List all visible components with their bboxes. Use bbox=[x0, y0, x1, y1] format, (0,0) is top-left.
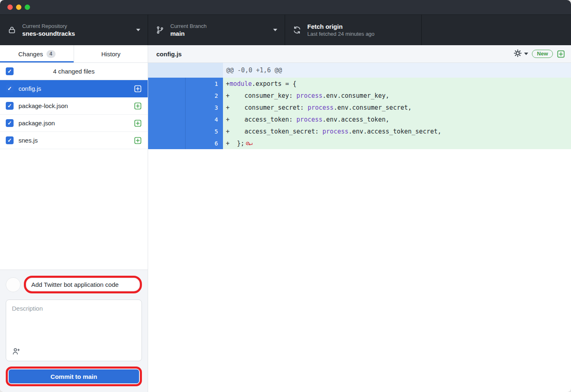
diff-added-line: 6+ };⊘↵ bbox=[148, 137, 571, 149]
diff-added-line: 2+ consumer_key: process.env.consumer_ke… bbox=[148, 90, 571, 101]
toolbar: Current Repository snes-soundtracks Curr… bbox=[0, 15, 571, 45]
gear-icon bbox=[513, 49, 522, 59]
hunk-header-row: @@ -0,0 +1,6 @@ bbox=[148, 63, 571, 78]
diff-line-gutter[interactable]: 1 bbox=[148, 78, 223, 90]
hunk-gutter bbox=[148, 63, 223, 78]
close-window-button[interactable] bbox=[7, 5, 13, 10]
file-name: package.json bbox=[19, 120, 129, 127]
file-added-status-icon bbox=[134, 119, 142, 127]
file-list-empty-area bbox=[0, 149, 148, 270]
file-name: config.js bbox=[19, 85, 129, 92]
changes-sidebar: Changes 4 History 4 changed files ✓ ✓con… bbox=[0, 45, 148, 392]
commit-summary-row: Add Twitter bot application code bbox=[6, 276, 142, 293]
file-row[interactable]: ✓config.js bbox=[0, 80, 148, 97]
line-number: 1 bbox=[186, 78, 223, 90]
current-repository-dropdown[interactable]: Current Repository snes-soundtracks bbox=[0, 15, 148, 45]
tab-history-label: History bbox=[101, 51, 121, 58]
diff-line-gutter[interactable]: 3 bbox=[148, 101, 223, 113]
diff-line-content: + consumer_key: process.env.consumer_key… bbox=[223, 90, 571, 101]
annotation-commit-highlight: Commit to main bbox=[6, 367, 142, 386]
annotation-summary-highlight: Add Twitter bot application code bbox=[24, 276, 142, 293]
zoom-window-button[interactable] bbox=[25, 5, 30, 10]
sync-icon bbox=[292, 25, 302, 35]
description-placeholder: Description bbox=[12, 305, 136, 347]
file-added-status-icon bbox=[134, 136, 142, 145]
file-include-checkbox[interactable]: ✓ bbox=[6, 136, 14, 144]
select-all-checkbox[interactable]: ✓ bbox=[6, 67, 14, 75]
file-include-checkbox[interactable]: ✓ bbox=[6, 119, 14, 127]
file-added-status-icon bbox=[134, 85, 142, 93]
branch-name: main bbox=[170, 30, 207, 37]
fetch-subtitle: Last fetched 24 minutes ago bbox=[307, 30, 374, 37]
tab-changes[interactable]: Changes 4 bbox=[0, 45, 74, 62]
diff-line-content: + access_token: process.env.access_token… bbox=[223, 113, 571, 125]
diff-line-gutter[interactable]: 4 bbox=[148, 113, 223, 125]
add-co-author-icon[interactable] bbox=[12, 347, 136, 356]
fetch-title: Fetch origin bbox=[307, 23, 374, 30]
lock-icon bbox=[7, 25, 16, 35]
file-include-checkbox[interactable]: ✓ bbox=[6, 85, 14, 92]
diff-options-button[interactable] bbox=[513, 49, 528, 59]
diff-line-content: + access_token_secret: process.env.acces… bbox=[223, 125, 571, 137]
chevron-down-icon bbox=[524, 53, 528, 55]
diff-added-line: 1+module.exports = { bbox=[148, 78, 571, 90]
current-branch-dropdown[interactable]: Current Branch main bbox=[148, 15, 285, 45]
diff-line-gutter[interactable]: 6 bbox=[148, 137, 223, 149]
titlebar bbox=[0, 0, 571, 15]
expand-diff-button[interactable] bbox=[557, 50, 565, 58]
chevron-down-icon bbox=[273, 29, 277, 31]
commit-summary-input[interactable]: Add Twitter bot application code bbox=[27, 279, 139, 291]
sidebar-tabs: Changes 4 History bbox=[0, 45, 148, 63]
line-number: 4 bbox=[186, 113, 223, 125]
commit-button[interactable]: Commit to main bbox=[9, 369, 139, 383]
diff-added-line: 3+ consumer_secret: process.env.consumer… bbox=[148, 101, 571, 113]
diff-filename: config.js bbox=[156, 51, 513, 58]
branch-label: Current Branch bbox=[170, 23, 207, 30]
fetch-origin-button[interactable]: Fetch origin Last fetched 24 minutes ago bbox=[285, 15, 422, 45]
file-row[interactable]: ✓package-lock.json bbox=[0, 97, 148, 115]
commit-description-field[interactable]: Description bbox=[6, 300, 142, 361]
diff-line-content: + consumer_secret: process.env.consumer_… bbox=[223, 101, 571, 113]
line-number: 2 bbox=[186, 90, 223, 101]
file-added-status-icon bbox=[134, 102, 142, 110]
diff-line-content: + };⊘↵ bbox=[223, 137, 571, 149]
git-branch-icon bbox=[156, 25, 165, 35]
tab-history[interactable]: History bbox=[74, 45, 148, 62]
minimize-window-button[interactable] bbox=[16, 5, 21, 10]
file-row[interactable]: ✓package.json bbox=[0, 115, 148, 132]
chevron-down-icon bbox=[136, 29, 140, 31]
file-status-badge: New bbox=[532, 50, 553, 58]
file-name: snes.js bbox=[19, 137, 129, 144]
repository-name: snes-soundtracks bbox=[22, 30, 75, 37]
main-content: Changes 4 History 4 changed files ✓ ✓con… bbox=[0, 45, 571, 392]
changed-files-count: 4 changed files bbox=[0, 68, 148, 75]
commit-branch-name: main bbox=[83, 373, 97, 380]
diff-added-line: 4+ access_token: process.env.access_toke… bbox=[148, 113, 571, 125]
diff-lines: 1+module.exports = {2+ consumer_key: pro… bbox=[148, 78, 571, 149]
diff-header: config.js New bbox=[148, 45, 571, 63]
commit-form: Add Twitter bot application code Descrip… bbox=[0, 270, 148, 392]
repository-label: Current Repository bbox=[22, 23, 75, 30]
diff-panel: config.js New bbox=[148, 45, 571, 392]
diff-line-gutter[interactable]: 5 bbox=[148, 125, 223, 137]
changed-files-header: 4 changed files ✓ bbox=[0, 63, 148, 80]
app-window: Current Repository snes-soundtracks Curr… bbox=[0, 0, 571, 392]
avatar bbox=[6, 277, 21, 292]
diff-body: @@ -0,0 +1,6 @@ 1+module.exports = {2+ c… bbox=[148, 63, 571, 392]
hunk-header-text: @@ -0,0 +1,6 @@ bbox=[223, 63, 571, 78]
file-name: package-lock.json bbox=[19, 102, 129, 109]
line-number: 3 bbox=[186, 101, 223, 113]
file-row[interactable]: ✓snes.js bbox=[0, 132, 148, 149]
file-list: ✓config.js✓package-lock.json✓package.jso… bbox=[0, 80, 148, 149]
tab-changes-label: Changes bbox=[18, 51, 43, 58]
line-number: 5 bbox=[186, 125, 223, 137]
diff-line-content: +module.exports = { bbox=[223, 78, 571, 90]
changes-count-badge: 4 bbox=[46, 50, 56, 58]
diff-added-line: 5+ access_token_secret: process.env.acce… bbox=[148, 125, 571, 137]
diff-line-gutter[interactable]: 2 bbox=[148, 90, 223, 101]
file-include-checkbox[interactable]: ✓ bbox=[6, 102, 14, 110]
line-number: 6 bbox=[186, 137, 223, 149]
